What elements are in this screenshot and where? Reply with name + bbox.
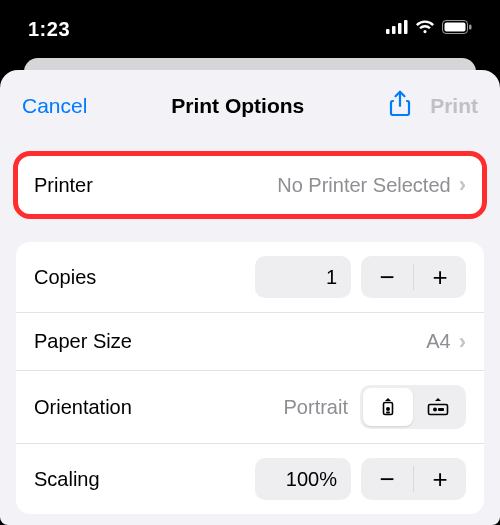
svg-rect-12	[438, 408, 444, 411]
battery-icon	[442, 20, 472, 38]
settings-group: Copies 1 − + Paper Size A4 ›	[16, 242, 484, 514]
scaling-stepper: − +	[361, 458, 466, 500]
printer-row[interactable]: Printer No Printer Selected ›	[16, 154, 484, 216]
orientation-value: Portrait	[284, 396, 348, 419]
chevron-right-icon: ›	[459, 174, 466, 196]
scaling-decrement-button[interactable]: −	[361, 458, 413, 500]
sheet-title: Print Options	[171, 94, 304, 118]
orientation-portrait-button[interactable]	[363, 388, 413, 426]
printer-group: Printer No Printer Selected ›	[16, 154, 484, 216]
printer-label: Printer	[34, 174, 93, 197]
svg-rect-2	[398, 23, 402, 34]
svg-rect-6	[469, 25, 472, 30]
printer-value: No Printer Selected	[277, 174, 450, 197]
orientation-row: Orientation Portrait	[16, 370, 484, 443]
cancel-button[interactable]: Cancel	[22, 94, 87, 118]
svg-rect-9	[386, 412, 390, 414]
status-indicators	[386, 20, 472, 38]
svg-rect-3	[404, 20, 408, 34]
scaling-row: Scaling 100% − +	[16, 443, 484, 514]
svg-point-8	[386, 407, 390, 411]
print-button[interactable]: Print	[430, 94, 478, 118]
svg-point-11	[433, 408, 437, 412]
sheet-navbar: Cancel Print Options Print	[0, 84, 500, 136]
copies-stepper: − +	[361, 256, 466, 298]
copies-decrement-button[interactable]: −	[361, 256, 413, 298]
print-options-sheet: Cancel Print Options Print Printer No Pr…	[0, 70, 500, 525]
orientation-landscape-button[interactable]	[413, 388, 463, 426]
status-time: 1:23	[28, 18, 70, 41]
svg-rect-5	[445, 23, 466, 32]
svg-rect-0	[386, 29, 390, 34]
scaling-label: Scaling	[34, 468, 100, 491]
orientation-segmented	[360, 385, 466, 429]
cellular-icon	[386, 20, 408, 38]
copies-increment-button[interactable]: +	[414, 256, 466, 298]
copies-field[interactable]: 1	[255, 256, 351, 298]
share-icon[interactable]	[388, 90, 412, 122]
paper-size-label: Paper Size	[34, 330, 132, 353]
scaling-field[interactable]: 100%	[255, 458, 351, 500]
scaling-increment-button[interactable]: +	[414, 458, 466, 500]
svg-rect-1	[392, 26, 396, 34]
orientation-label: Orientation	[34, 396, 132, 419]
chevron-right-icon: ›	[459, 331, 466, 353]
copies-row: Copies 1 − +	[16, 242, 484, 312]
copies-label: Copies	[34, 266, 96, 289]
status-bar: 1:23	[0, 0, 500, 58]
paper-size-row[interactable]: Paper Size A4 ›	[16, 312, 484, 370]
paper-size-value: A4	[426, 330, 450, 353]
wifi-icon	[415, 20, 435, 38]
